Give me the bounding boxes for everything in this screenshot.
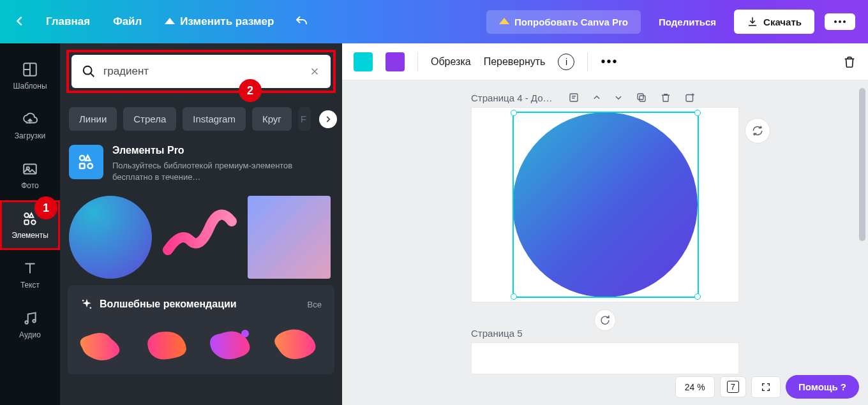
annotation-badge-1: 1 xyxy=(34,196,57,219)
magic-see-all[interactable]: Все xyxy=(308,300,322,309)
magic-blob-4[interactable] xyxy=(264,320,324,365)
help-button[interactable]: Помощь ? xyxy=(786,375,859,399)
sparkle-icon xyxy=(80,298,93,311)
sync-button[interactable] xyxy=(745,118,770,144)
resize-handle-sw[interactable] xyxy=(511,293,517,300)
element-gradient-scribble[interactable] xyxy=(158,196,241,279)
svg-rect-13 xyxy=(80,164,85,169)
pro-promo-title: Элементы Pro xyxy=(112,145,333,156)
duplicate-icon[interactable] xyxy=(636,92,647,103)
rail-elements[interactable]: 1 Элементы xyxy=(0,200,60,250)
svg-rect-18 xyxy=(570,94,578,101)
tool-crop[interactable]: Обрезка xyxy=(431,56,471,68)
text-icon xyxy=(22,260,38,277)
zoom-control[interactable]: 24 % xyxy=(675,376,715,398)
rail-audio[interactable]: Аудио xyxy=(0,300,60,350)
back-icon[interactable] xyxy=(13,14,28,29)
magic-section: Волшебные рекомендации Все xyxy=(68,285,334,374)
svg-point-12 xyxy=(80,156,85,161)
page4-header: Страница 4 - До… xyxy=(471,92,739,103)
chip-circle[interactable]: Круг xyxy=(252,107,292,131)
chip-arrow[interactable]: Стрела xyxy=(123,107,176,131)
tool-flip[interactable]: Перевернуть xyxy=(484,56,546,68)
fullscreen-icon[interactable] xyxy=(751,376,781,398)
more-button[interactable] xyxy=(825,13,855,30)
divider xyxy=(417,52,418,71)
magic-blob-3[interactable] xyxy=(200,320,260,365)
svg-point-9 xyxy=(25,321,27,323)
resize-handle-se[interactable] xyxy=(694,293,701,300)
rail-text[interactable]: Текст xyxy=(0,250,60,300)
rail-uploads[interactable]: Загрузки xyxy=(0,101,60,151)
nav-home[interactable]: Главная xyxy=(46,15,90,28)
canvas-area: Обрезка Перевернуть i ••• Страница 4 - Д… xyxy=(342,43,868,405)
svg-point-16 xyxy=(90,307,92,309)
elements-panel: 2 Линии Стрела Instagram Круг F Элементы… xyxy=(60,43,342,405)
info-icon[interactable]: i xyxy=(558,54,574,70)
pro-promo[interactable]: Элементы Pro Пользуйтесь библиотекой пре… xyxy=(69,145,333,183)
share-button[interactable]: Поделиться xyxy=(651,10,724,34)
tool-more-icon[interactable]: ••• xyxy=(601,54,618,69)
undo-icon[interactable] xyxy=(294,14,310,29)
element-gradient-square[interactable] xyxy=(248,196,331,279)
selection-box[interactable] xyxy=(513,112,699,298)
nav-file[interactable]: Файл xyxy=(113,15,142,28)
uploads-icon xyxy=(22,111,38,128)
search-bar[interactable] xyxy=(71,55,331,88)
search-icon xyxy=(82,64,96,78)
page-down-icon[interactable] xyxy=(614,93,623,102)
chip-instagram[interactable]: Instagram xyxy=(183,107,246,131)
audio-icon xyxy=(22,310,38,327)
topbar: Главная Файл Изменить размер Попробовать… xyxy=(0,0,868,43)
magic-blob-2[interactable] xyxy=(137,320,197,365)
color-swatch-1[interactable] xyxy=(354,52,373,71)
svg-rect-21 xyxy=(686,95,693,102)
search-input[interactable] xyxy=(103,65,301,78)
chip-lines[interactable]: Линии xyxy=(69,107,117,131)
svg-point-15 xyxy=(82,300,84,302)
pro-promo-desc: Пользуйтесь библиотекой премиум-элементо… xyxy=(112,160,333,183)
vertical-scrollbar[interactable] xyxy=(859,88,865,241)
page-trash-icon[interactable] xyxy=(660,92,671,103)
canvas-scroll[interactable]: Страница 4 - До… xyxy=(342,80,868,405)
divider xyxy=(587,52,588,71)
add-page-icon[interactable] xyxy=(684,92,696,103)
svg-rect-7 xyxy=(24,220,29,225)
magic-blob-1[interactable] xyxy=(73,320,133,365)
page-up-icon[interactable] xyxy=(592,93,601,102)
svg-point-11 xyxy=(84,66,92,75)
bottom-bar: 24 % 7 Помощь ? xyxy=(675,375,859,399)
filter-chips: Линии Стрела Instagram Круг F xyxy=(60,96,342,138)
nav-resize[interactable]: Изменить размер xyxy=(165,15,274,28)
notes-icon[interactable] xyxy=(568,92,580,103)
svg-point-2 xyxy=(843,20,846,23)
svg-point-8 xyxy=(31,220,35,225)
page-count[interactable]: 7 xyxy=(720,376,746,397)
element-gradient-circle[interactable] xyxy=(69,196,152,279)
page-4-canvas[interactable] xyxy=(471,107,739,302)
download-button[interactable]: Скачать xyxy=(734,10,814,34)
pro-promo-icon xyxy=(69,145,103,179)
rotate-handle[interactable] xyxy=(594,309,616,331)
photo-icon xyxy=(22,161,38,177)
chips-scroll-right-icon[interactable] xyxy=(319,110,337,128)
color-swatch-2[interactable] xyxy=(385,52,405,71)
try-pro-button[interactable]: Попробовать Canva Pro xyxy=(486,10,641,34)
search-annotation-box: 2 xyxy=(69,52,333,91)
page4-title[interactable]: Страница 4 - До… xyxy=(471,92,553,103)
svg-point-6 xyxy=(24,213,29,217)
resize-handle-nw[interactable] xyxy=(511,110,517,116)
svg-point-17 xyxy=(241,330,249,337)
svg-point-14 xyxy=(88,164,93,169)
rail-templates[interactable]: Шаблоны xyxy=(0,51,60,101)
resize-handle-ne[interactable] xyxy=(694,110,701,116)
svg-rect-19 xyxy=(640,96,645,101)
rail-photo[interactable]: Фото xyxy=(0,151,60,200)
magic-title: Волшебные рекомендации xyxy=(100,298,237,310)
clear-icon[interactable] xyxy=(309,66,320,77)
delete-icon[interactable] xyxy=(842,55,857,69)
chip-more[interactable]: F xyxy=(298,107,311,131)
side-rail: Шаблоны Загрузки Фото 1 Элементы Текст xyxy=(0,43,60,405)
context-toolbar: Обрезка Перевернуть i ••• xyxy=(342,43,868,80)
page-5-canvas[interactable] xyxy=(471,342,739,374)
